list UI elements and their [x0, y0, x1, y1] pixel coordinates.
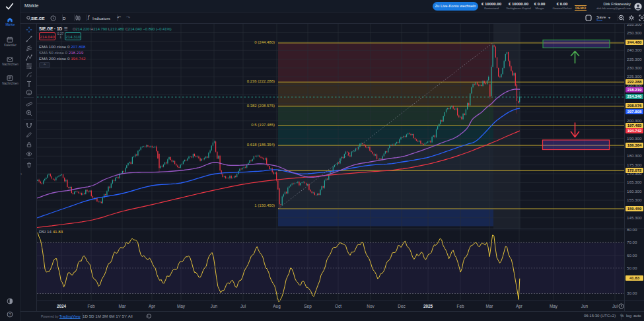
svg-text:?: ? [9, 312, 11, 316]
